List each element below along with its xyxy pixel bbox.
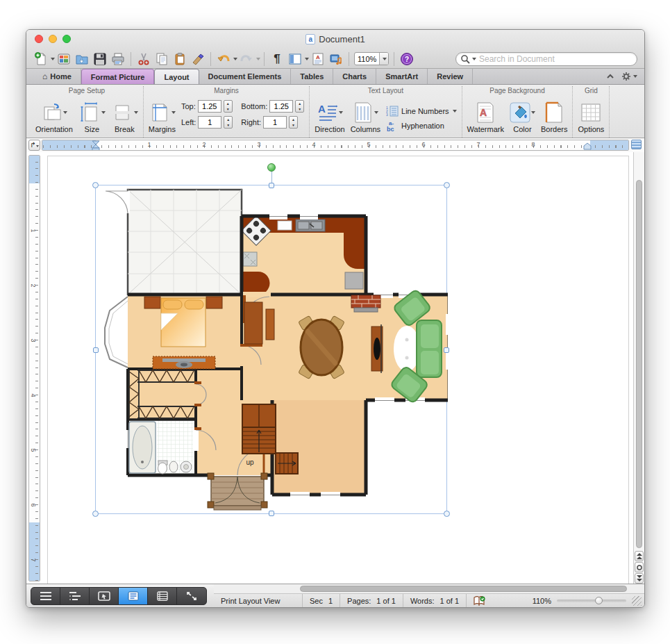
document-page[interactable]: up xyxy=(47,156,629,593)
vertical-scrollbar[interactable] xyxy=(633,152,644,585)
status-bar: Print Layout View Sec1 Pages:1 of 1 Word… xyxy=(26,584,644,607)
zoom-slider-knob[interactable] xyxy=(595,597,603,604)
tab-charts[interactable]: Charts xyxy=(333,69,376,84)
grid-options-button[interactable]: Options xyxy=(578,101,604,133)
titlebar[interactable]: a Document1 xyxy=(26,30,644,48)
collapse-ribbon-button[interactable] xyxy=(606,74,614,79)
orientation-button[interactable]: Orientation xyxy=(35,101,73,133)
view-status[interactable]: Print Layout View xyxy=(214,594,303,607)
zoom-caret[interactable] xyxy=(379,52,388,65)
next-page-button[interactable] xyxy=(635,573,644,584)
tab-stop-selector[interactable]: ↱ xyxy=(28,140,40,151)
vertical-ruler[interactable]: 1 2 3 4 5 6 7 xyxy=(28,155,40,581)
margin-top-input[interactable] xyxy=(198,100,221,113)
margin-bottom-input[interactable] xyxy=(269,100,293,113)
search-input[interactable] xyxy=(479,54,633,64)
selected-picture[interactable]: up xyxy=(95,185,447,514)
zoom-slider[interactable] xyxy=(557,600,626,602)
spelling-status[interactable] xyxy=(467,594,492,607)
margin-bottom-stepper[interactable]: ▲▼ xyxy=(295,100,304,113)
resize-handle-e[interactable] xyxy=(444,347,449,353)
resize-handle-w[interactable] xyxy=(93,347,99,353)
previous-page-button[interactable] xyxy=(635,551,644,561)
zoom-combo[interactable]: 110% xyxy=(354,52,389,65)
resize-handle-n[interactable] xyxy=(269,183,274,188)
styles-toolbox-button[interactable]: A xyxy=(309,50,327,68)
show-gallery-button[interactable] xyxy=(55,50,73,68)
floor-plan-image[interactable]: up xyxy=(96,185,448,515)
ribbon-settings-button[interactable] xyxy=(621,72,637,81)
focus-view-button[interactable] xyxy=(177,588,206,604)
cut-button[interactable] xyxy=(135,50,153,68)
margin-right-label: Right: xyxy=(241,118,261,126)
publishing-layout-view-button[interactable] xyxy=(90,588,119,604)
tab-tables[interactable]: Tables xyxy=(291,69,333,84)
margin-right-input[interactable] xyxy=(263,116,287,129)
split-view-handle[interactable] xyxy=(631,140,642,149)
group-grid: Grid Options xyxy=(573,86,610,138)
svg-text:A: A xyxy=(480,107,487,118)
ribbon-layout: Page Setup Orientation Size Break Margin… xyxy=(26,85,644,138)
resize-handle-s[interactable] xyxy=(269,511,274,516)
media-browser-button[interactable] xyxy=(327,50,345,68)
browse-object-button[interactable] xyxy=(635,562,644,572)
new-document-button[interactable] xyxy=(32,50,50,68)
size-button[interactable]: Size xyxy=(78,101,106,133)
open-button[interactable] xyxy=(73,50,91,68)
resize-handle-se[interactable] xyxy=(444,511,450,517)
notebook-layout-view-button[interactable] xyxy=(148,588,177,604)
watermark-button[interactable]: A Watermark xyxy=(467,101,504,133)
line-numbers-button[interactable]: 123 Line Numbers xyxy=(386,106,456,117)
vruler-ticks xyxy=(35,156,38,581)
paste-button[interactable] xyxy=(171,50,189,68)
show-formatting-marks-button[interactable]: ¶ xyxy=(268,50,286,68)
sidebar-button[interactable] xyxy=(286,50,304,68)
margins-button[interactable]: Margins xyxy=(149,101,176,133)
right-margin-marker[interactable] xyxy=(583,142,592,150)
horizontal-scrollbar[interactable] xyxy=(214,584,644,594)
orientation-icon xyxy=(40,101,62,124)
search-field[interactable] xyxy=(455,52,637,66)
indent-markers[interactable] xyxy=(92,140,100,151)
section-status[interactable]: Sec1 xyxy=(303,594,340,607)
tab-format-picture[interactable]: Format Picture xyxy=(81,69,155,84)
horizontal-ruler[interactable]: 1 2 3 4 5 6 7 8 xyxy=(42,140,629,151)
vertical-scroll-thumb[interactable] xyxy=(636,180,642,548)
margins-icon xyxy=(149,101,171,124)
rotate-handle[interactable] xyxy=(267,163,276,172)
margin-left-stepper[interactable]: ▲▼ xyxy=(224,116,233,129)
search-scope-caret[interactable] xyxy=(472,58,476,60)
tab-smartart[interactable]: SmartArt xyxy=(376,69,428,84)
resize-handle-sw[interactable] xyxy=(92,511,99,517)
tab-document-elements[interactable]: Document Elements xyxy=(199,69,292,84)
pages-status[interactable]: Pages:1 of 1 xyxy=(340,594,403,607)
ruler-ticks xyxy=(42,145,628,148)
tab-home[interactable]: ⌂Home xyxy=(33,69,81,84)
hyphenation-button[interactable]: a-bc Hyphenation xyxy=(386,119,456,132)
resize-handle-nw[interactable] xyxy=(92,182,99,188)
words-status[interactable]: Words:1 of 1 xyxy=(403,594,467,607)
print-layout-view-button[interactable] xyxy=(119,588,148,604)
page-color-button[interactable]: Color xyxy=(510,101,535,133)
columns-button[interactable]: Columns xyxy=(351,101,380,133)
margin-left-input[interactable] xyxy=(198,116,221,129)
save-button[interactable] xyxy=(91,50,109,68)
svg-text:bc: bc xyxy=(387,126,394,132)
margin-right-stepper[interactable]: ▲▼ xyxy=(289,116,298,129)
help-button[interactable]: ? xyxy=(398,50,416,68)
page-borders-button[interactable]: Borders xyxy=(541,101,568,133)
direction-button[interactable]: A Direction xyxy=(315,101,344,133)
tab-layout[interactable]: Layout xyxy=(154,69,199,84)
format-painter-button[interactable] xyxy=(189,50,207,68)
resize-grip[interactable] xyxy=(632,596,642,606)
horizontal-scroll-thumb[interactable] xyxy=(300,586,627,592)
resize-handle-ne[interactable] xyxy=(444,182,450,188)
margin-top-stepper[interactable]: ▲▼ xyxy=(224,100,233,113)
outline-view-button[interactable] xyxy=(60,588,90,604)
draft-view-button[interactable] xyxy=(31,588,60,604)
tab-review[interactable]: Review xyxy=(428,69,473,84)
print-button[interactable] xyxy=(109,50,127,68)
undo-button[interactable] xyxy=(215,50,233,68)
copy-button[interactable] xyxy=(153,50,171,68)
break-button[interactable]: Break xyxy=(111,101,138,133)
